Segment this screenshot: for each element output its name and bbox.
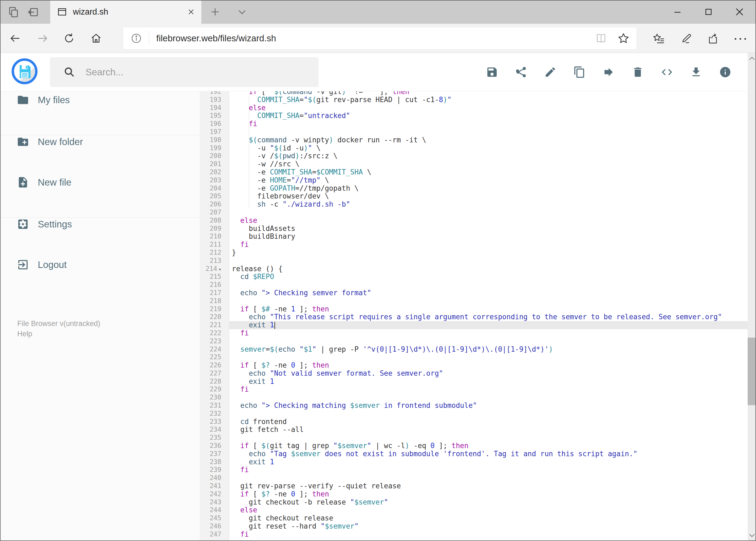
code-line[interactable]: 207	[200, 209, 748, 217]
scrollbar-thumb[interactable]	[748, 337, 756, 405]
code-line[interactable]: 204 -e GOPATH=//tmp/gopath \	[200, 185, 748, 193]
page-scrollbar[interactable]	[748, 53, 756, 541]
code-line[interactable]: 228 exit 1	[200, 377, 748, 386]
code-line[interactable]: 196 fi	[200, 120, 748, 128]
tab-list-chevron-icon[interactable]	[230, 0, 254, 24]
maximize-button[interactable]	[695, 0, 722, 24]
code-line[interactable]: 212}	[200, 249, 748, 257]
code-line[interactable]: 208 else	[200, 217, 748, 225]
code-line[interactable]: 202 -e COMMIT_SHA=$COMMIT_SHA \	[200, 168, 748, 176]
code-line[interactable]: 234 git fetch --all	[200, 426, 748, 434]
code-line[interactable]: 247 fi	[200, 530, 748, 539]
code-line[interactable]: 238 exit 1	[200, 458, 748, 466]
code-line[interactable]: 206 sh -c "./wizard.sh -b"	[200, 201, 748, 209]
code-line[interactable]: 201 -w //src \	[200, 160, 748, 168]
code-line[interactable]: 236 if [ $(git tag | grep "$semver" | wc…	[200, 442, 748, 450]
code-line[interactable]: 241 git rev-parse --verify --quiet relea…	[200, 482, 748, 490]
code-line[interactable]: 214▾release () {	[200, 265, 748, 273]
code-line[interactable]: 221 exit 1	[200, 321, 748, 329]
code-line[interactable]: 245 git checkout release	[200, 514, 748, 522]
code-line[interactable]: 216	[200, 281, 748, 289]
raw-code-button[interactable]	[661, 66, 673, 78]
code-line[interactable]: 193 COMMIT_SHA="$(git rev-parse HEAD | c…	[200, 96, 748, 104]
search-input[interactable]: Search...	[50, 57, 319, 87]
info-button[interactable]	[719, 66, 731, 78]
set-tabs-aside-icon[interactable]	[27, 6, 39, 18]
code-line[interactable]: 244 else	[200, 506, 748, 514]
code-line[interactable]: 199 -u "$(id -u)" \	[200, 144, 748, 152]
code-line[interactable]: 195 COMMIT_SHA="untracked"	[200, 112, 748, 120]
code-line[interactable]: 240	[200, 474, 748, 482]
rename-button[interactable]	[544, 66, 557, 78]
code-line[interactable]: 215 cd $REPO	[200, 273, 748, 281]
share-icon[interactable]	[707, 32, 720, 45]
code-line[interactable]: 232	[200, 410, 748, 418]
favorites-hub-icon[interactable]	[652, 32, 665, 45]
save-button[interactable]	[486, 66, 498, 78]
code-line[interactable]: 235	[200, 434, 748, 442]
help-link[interactable]: Help	[17, 328, 32, 339]
code-line[interactable]: 210 buildBinary	[200, 233, 748, 241]
code-line[interactable]: 203 -e HOME="//tmp" \	[200, 176, 748, 185]
home-icon[interactable]	[90, 32, 102, 44]
code-line[interactable]: 242 if [ $? -ne 0 ]; then	[200, 490, 748, 498]
tab-close-icon[interactable]	[187, 8, 195, 16]
minimize-button[interactable]	[664, 0, 691, 24]
refresh-icon[interactable]	[63, 32, 75, 44]
delete-button[interactable]	[631, 66, 644, 78]
code-line[interactable]: 226 if [ $? -ne 0 ]; then	[200, 361, 748, 369]
back-icon[interactable]	[9, 32, 21, 44]
code-line[interactable]: 223	[200, 337, 748, 345]
code-line[interactable]: 230	[200, 393, 748, 402]
tab-preview-icon[interactable]	[8, 6, 20, 18]
code-line[interactable]: 217 echo "> Checking semver format"	[200, 289, 748, 297]
code-line[interactable]: 229 fi	[200, 385, 748, 393]
code-line[interactable]: 222 fi	[200, 329, 748, 337]
code-line[interactable]: 239 fi	[200, 466, 748, 474]
code-line[interactable]: 205 filebrowser/dev \	[200, 192, 748, 201]
code-line[interactable]: 237 echo "Tag $semver does not exist in …	[200, 450, 748, 458]
code-line[interactable]: 220 echo "This release script requires a…	[200, 313, 748, 321]
code-line[interactable]: 224 semver=$(echo "$1" | grep -P '^v(0|[…	[200, 345, 748, 353]
code-line[interactable]: 209 buildAssets	[200, 225, 748, 233]
share-button[interactable]	[515, 66, 527, 78]
move-button[interactable]	[603, 66, 615, 78]
sidebar-item-my-files[interactable]: My files	[0, 85, 200, 115]
fold-arrow-icon[interactable]: ▾	[219, 267, 221, 272]
code-line[interactable]: 246 git reset --hard "$semver"	[200, 522, 748, 530]
sidebar-item-new-folder[interactable]: New folder	[0, 127, 200, 157]
copy-button[interactable]	[573, 66, 586, 78]
code-line[interactable]: 197	[200, 128, 748, 136]
reading-view-icon[interactable]	[595, 32, 607, 44]
code-line[interactable]: 211 fi	[200, 241, 748, 249]
ink-pen-icon[interactable]	[680, 32, 692, 45]
site-info-icon[interactable]	[130, 33, 142, 44]
download-button[interactable]	[690, 66, 702, 78]
code-line[interactable]: 213	[200, 257, 748, 265]
code-line[interactable]: 233 cd frontend	[200, 418, 748, 426]
more-options-icon[interactable]	[733, 36, 748, 42]
favorite-star-icon[interactable]	[617, 32, 630, 45]
code-line[interactable]: 198 $(command -v winpty) docker run --rm…	[200, 136, 748, 144]
code-line[interactable]: 225	[200, 353, 748, 361]
new-tab-button[interactable]	[203, 0, 227, 24]
sidebar-item-logout[interactable]: Logout	[0, 250, 200, 279]
sidebar-item-settings[interactable]: Settings	[0, 209, 200, 239]
scroll-down-icon[interactable]	[748, 530, 756, 541]
url-text[interactable]: filebrowser.web/files/wizard.sh	[156, 33, 595, 44]
url-bar[interactable]: filebrowser.web/files/wizard.sh	[123, 27, 637, 50]
code-line[interactable]: 231 echo "> Checking matching $semver in…	[200, 402, 748, 410]
code-line[interactable]: 194 else	[200, 104, 748, 112]
code-line[interactable]: 200 -v /$(pwd):/src:z \	[200, 152, 748, 160]
code-line[interactable]: 243 git checkout -b release "$semver"	[200, 498, 748, 506]
forward-icon[interactable]	[37, 32, 49, 44]
code-line[interactable]: 219 if [ $# -ne 1 ]; then	[200, 305, 748, 313]
code-line[interactable]: 227 echo "Not valid semver format. See s…	[200, 369, 748, 377]
code-editor[interactable]: 192 if [ "$(command -v git)" != "" ]; th…	[200, 91, 748, 541]
code-line[interactable]: 192 if [ "$(command -v git)" != "" ]; th…	[200, 91, 748, 96]
tab-wizard-sh[interactable]: wizard.sh	[50, 0, 201, 24]
filebrowser-logo[interactable]	[12, 58, 38, 84]
code-line[interactable]: 218	[200, 297, 748, 305]
close-button[interactable]	[726, 0, 753, 24]
scroll-up-icon[interactable]	[748, 53, 756, 64]
